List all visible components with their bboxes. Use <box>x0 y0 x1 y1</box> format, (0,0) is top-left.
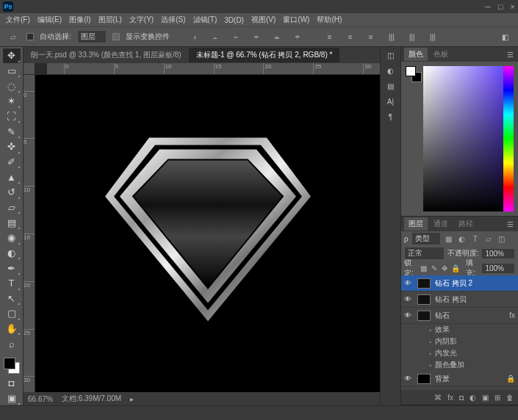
ruler-vertical[interactable]: 0 5 10 15 20 25 30 <box>24 75 35 392</box>
zoom-tool[interactable]: ⌕ <box>3 336 21 351</box>
zoom-level[interactable]: 66.67% <box>28 395 53 403</box>
add-mask-icon[interactable]: ◘ <box>459 394 464 402</box>
link-layers-icon[interactable]: ⌘ <box>434 394 442 402</box>
blur-tool[interactable]: ◉ <box>3 231 21 245</box>
path-select-tool[interactable]: ↖ <box>3 292 21 306</box>
clone-stamp-tool[interactable]: ▲ <box>3 170 21 184</box>
adjustments-panel-icon[interactable]: ◐ <box>387 67 394 75</box>
filter-shape-icon[interactable]: ▱ <box>483 233 494 244</box>
spot-heal-tool[interactable]: ✜ <box>3 140 21 154</box>
menu-window[interactable]: 窗口(W) <box>280 13 312 26</box>
eyedropper-tool[interactable]: ✎ <box>3 124 21 139</box>
align-vcenter-icon[interactable]: ⫨ <box>270 30 284 43</box>
close-button[interactable]: × <box>511 2 515 11</box>
distribute-right-icon[interactable]: ||| <box>425 30 440 43</box>
menu-layer[interactable]: 图层(L) <box>96 13 125 26</box>
visibility-toggle-icon[interactable]: 👁 <box>404 279 413 287</box>
new-group-icon[interactable]: ▣ <box>482 394 489 402</box>
minimize-button[interactable]: ─ <box>485 2 491 11</box>
fill-input[interactable]: 100% <box>481 263 515 274</box>
auto-select-dropdown[interactable]: 图层 <box>77 30 107 43</box>
fx-heading[interactable]: ◦效果 <box>401 324 518 336</box>
saturation-value-picker[interactable] <box>423 66 504 211</box>
visibility-toggle-icon[interactable]: 👁 <box>404 295 413 303</box>
menu-image[interactable]: 图像(I) <box>66 13 93 26</box>
opacity-input[interactable]: 100% <box>481 248 515 259</box>
distribute-hcenter-icon[interactable]: ||| <box>405 30 420 43</box>
move-tool[interactable]: ✥ <box>3 48 21 63</box>
properties-panel-icon[interactable]: ▤ <box>387 82 394 90</box>
distribute-top-icon[interactable]: ≡ <box>323 30 337 43</box>
distribute-bottom-icon[interactable]: ≡ <box>364 30 378 43</box>
tab-channels[interactable]: 通道 <box>429 217 453 231</box>
layer-thumb[interactable] <box>417 374 431 384</box>
gradient-tool[interactable]: ▤ <box>3 215 21 230</box>
color-panel-menu-icon[interactable]: ☰ <box>503 51 518 59</box>
layer-row[interactable]: 👁 钻石 fx <box>401 308 518 324</box>
menu-3d[interactable]: 3D(D) <box>221 15 247 26</box>
distribute-left-icon[interactable]: ||| <box>384 30 399 43</box>
document-tab-1[interactable]: 朗一天.psd @ 33.3% (颜色查找 1, 图层蒙板/8) <box>24 48 189 62</box>
new-layer-icon[interactable]: ⊞ <box>494 394 500 402</box>
menu-view[interactable]: 视图(V) <box>248 13 278 26</box>
layer-row-background[interactable]: 👁 背景 🔒 <box>401 371 518 387</box>
color-swatches[interactable] <box>2 356 21 375</box>
filter-type-icon[interactable]: T <box>470 233 481 244</box>
tab-swatches[interactable]: 色板 <box>429 48 453 61</box>
eraser-tool[interactable]: ▱ <box>3 200 21 215</box>
foreground-color-swatch[interactable] <box>4 358 15 369</box>
distribute-vcenter-icon[interactable]: ≡ <box>343 30 358 43</box>
maximize-button[interactable]: □ <box>498 2 503 11</box>
layer-row[interactable]: 👁 钻石 拷贝 <box>401 292 518 308</box>
character-panel-icon[interactable]: A| <box>387 98 394 106</box>
rectangle-tool[interactable]: ▢ <box>3 306 21 321</box>
menu-file[interactable]: 文件(F) <box>3 13 33 26</box>
filter-kind-icon[interactable]: ρ <box>404 235 409 243</box>
layer-name[interactable]: 钻石 <box>435 311 450 321</box>
mini-fg-swatch[interactable] <box>406 66 416 76</box>
screen-mode-toggle[interactable]: ▣ <box>3 391 21 405</box>
tab-paths[interactable]: 路径 <box>454 217 478 231</box>
move-tool-icon[interactable]: ▱ <box>6 30 21 43</box>
filter-adjust-icon[interactable]: ◐ <box>457 233 467 244</box>
menu-filter[interactable]: 滤镜(T) <box>190 13 220 26</box>
quick-mask-toggle[interactable]: ◘ <box>3 376 21 391</box>
lock-transparent-icon[interactable]: ▩ <box>420 263 427 273</box>
auto-select-checkbox[interactable] <box>26 33 34 40</box>
brush-tool[interactable]: ✐ <box>3 155 21 170</box>
doc-info-chevron-icon[interactable]: ▸ <box>130 395 134 403</box>
layer-row[interactable]: 👁 钻石 拷贝 2 <box>401 275 518 292</box>
paragraph-panel-icon[interactable]: ¶ <box>389 113 392 121</box>
layer-name[interactable]: 钻石 拷贝 2 <box>435 278 472 289</box>
align-top-icon[interactable]: ⫧ <box>249 30 264 43</box>
fx-add-icon[interactable]: fx <box>447 394 453 402</box>
menu-type[interactable]: 文字(Y) <box>126 13 157 26</box>
quick-select-tool[interactable]: ✶ <box>3 94 21 109</box>
layer-name[interactable]: 钻石 拷贝 <box>435 294 467 305</box>
color-panel-swatches[interactable] <box>406 66 422 82</box>
history-brush-tool[interactable]: ↺ <box>3 185 21 200</box>
hand-tool[interactable]: ✋ <box>3 322 21 336</box>
tab-color[interactable]: 颜色 <box>404 48 428 61</box>
show-transform-checkbox[interactable] <box>112 33 120 40</box>
3d-mode-icon[interactable]: ◧ <box>497 30 512 43</box>
filter-smart-icon[interactable]: ◫ <box>497 233 507 244</box>
fx-inner-shadow[interactable]: ◦内阴影 <box>401 336 518 347</box>
menu-help[interactable]: 帮助(H) <box>314 13 345 26</box>
ruler-horizontal[interactable]: 0 5 10 15 20 25 30 <box>47 63 380 75</box>
visibility-toggle-icon[interactable]: 👁 <box>404 374 413 383</box>
document-tab-2[interactable]: 未标题-1 @ 66.7% (钻石 拷贝 2, RGB/8) * <box>189 48 340 62</box>
new-fill-adjust-icon[interactable]: ◐ <box>470 394 476 402</box>
layer-thumb[interactable] <box>417 294 431 305</box>
fx-inner-glow[interactable]: ◦内发光 <box>401 347 518 359</box>
marquee-tool[interactable]: ▭ <box>3 64 21 79</box>
layer-thumb[interactable] <box>417 311 431 321</box>
type-tool[interactable]: T <box>3 276 21 291</box>
align-bottom-icon[interactable]: ⫩ <box>290 30 305 43</box>
history-panel-icon[interactable]: ◫ <box>387 51 394 59</box>
lock-pixels-icon[interactable]: ✎ <box>430 263 437 273</box>
canvas[interactable] <box>35 75 380 392</box>
lasso-tool[interactable]: ◌ <box>3 79 21 93</box>
align-right-icon[interactable]: ⫟ <box>229 30 243 43</box>
align-hcenter-icon[interactable]: ⫠ <box>208 30 223 43</box>
